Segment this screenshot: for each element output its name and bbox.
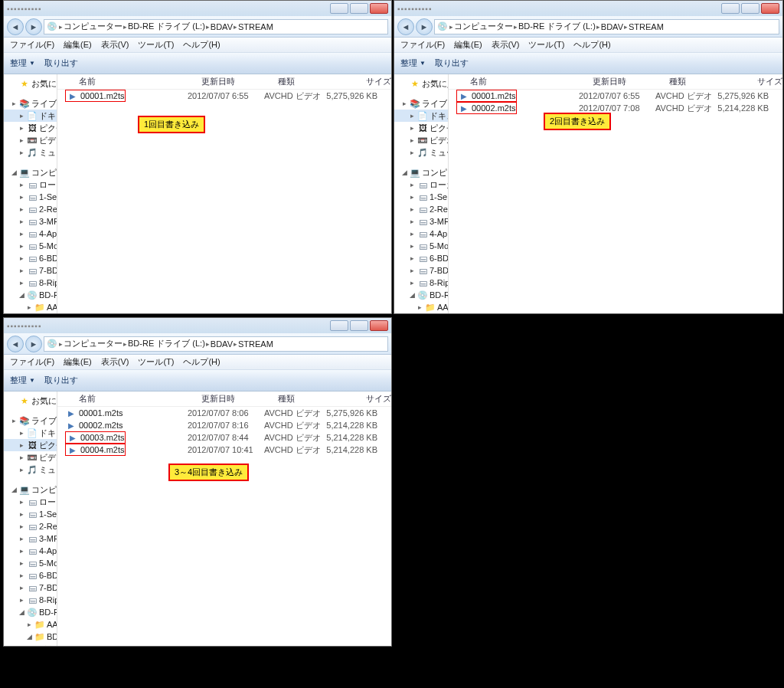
file-row[interactable]: ▶00001.m2ts2012/07/07 8:06AVCHD ビデオ5,275… [57, 407, 391, 419]
tree-item[interactable]: ▸🖼ピクチャ [394, 122, 448, 134]
tree-item[interactable]: ▸📚ライブラリ [4, 97, 57, 110]
tree-item[interactable]: ★お気に入り [4, 395, 57, 407]
organize-button[interactable]: 整理▼ [10, 57, 35, 69]
tree-item[interactable]: ▸🖴2-Recording_DATA (E:) [394, 203, 448, 215]
tree-item[interactable]: ▸🖼ピクチャ [4, 439, 57, 451]
tree-item[interactable]: ▸🖴6-BD_ISO1_DATA (I:) [394, 252, 448, 264]
tree-item[interactable]: 📁BACKUP [4, 643, 57, 646]
minimize-button[interactable] [721, 3, 740, 14]
tree-item[interactable]: ▸🖴1-Seiichi_DATA (D:) [4, 508, 57, 520]
tree-item[interactable]: ▸🖴7-BD_ISO2_DATA (J:) [4, 582, 57, 594]
back-button[interactable]: ◄ [7, 336, 24, 352]
tree-item[interactable]: ◢💿BD-RE ドライブ (L:) [4, 289, 57, 301]
menu-edit[interactable]: 編集(E) [64, 39, 92, 51]
title-bar[interactable]: ▪▪▪▪▪▪▪▪▪▪ [394, 1, 782, 16]
file-row[interactable]: ▶00003.m2ts2012/07/07 8:44AVCHD ビデオ5,214… [57, 431, 391, 444]
close-button[interactable] [761, 3, 779, 14]
tree-item[interactable]: ▸🖴4-Application_DATA (G:) [4, 545, 57, 557]
menu-bar: ファイル(F) 編集(E) 表示(V) ツール(T) ヘルプ(H) [4, 355, 391, 370]
file-row[interactable]: ▶00002.m2ts2012/07/07 8:16AVCHD ビデオ5,214… [57, 419, 391, 431]
tree-item[interactable]: ★お気に入り [394, 77, 448, 90]
tree-item[interactable]: ▸🖴1-Seiichi_DATA (D:) [394, 191, 448, 203]
menu-help[interactable]: ヘルプ(H) [183, 39, 220, 51]
crumb-computer[interactable]: コンピューター [64, 21, 122, 32]
tree-item[interactable]: ▸🖴7-BD_ISO2_DATA (J:) [394, 264, 448, 277]
tree-item[interactable]: ▸📚ライブラリ [394, 97, 448, 110]
tree-item[interactable]: ▸🖴8-Ripping_DATA (K:) [4, 594, 57, 606]
tree-item[interactable]: ▸🖴8-Ripping_DATA (K:) [4, 277, 57, 289]
tree-item[interactable]: ▸🖴ローカル ディスク (C:) [4, 496, 57, 508]
tree-item[interactable]: ▸📼ビデオ [394, 134, 448, 146]
tree-item[interactable]: ◢💿BD-RE ドライブ (L:) [394, 289, 448, 301]
tree-item[interactable]: ▸🖴3-MPEG_DATA (F:) [4, 215, 57, 228]
tree-item[interactable]: ▸🖴2-Recording_DATA (E:) [4, 520, 57, 532]
tree-item[interactable]: ▸🖴3-MPEG_DATA (F:) [394, 215, 448, 228]
menu-tool[interactable]: ツール(T) [138, 39, 174, 51]
tree-item[interactable]: ▸🖴4-Application_DATA (G:) [394, 228, 448, 240]
maximize-button[interactable] [350, 3, 368, 14]
forward-button[interactable]: ► [416, 18, 433, 35]
column-date[interactable]: 更新日時 [201, 76, 278, 87]
tree-item[interactable]: ▸📼ビデオ [4, 451, 57, 464]
tree-item[interactable]: ▸📄ドキュメント [4, 110, 57, 122]
close-button[interactable] [370, 3, 388, 14]
crumb-stream[interactable]: STREAM [238, 22, 273, 31]
menu-view[interactable]: 表示(V) [101, 39, 129, 51]
tree-item[interactable]: ◢💻コンピューター [4, 483, 57, 496]
title-bar[interactable]: ▪▪▪▪▪▪▪▪▪▪ [4, 1, 391, 16]
tree-item[interactable]: ▸🖴ローカル ディスク (C:) [394, 179, 448, 191]
column-size[interactable]: サイズ [338, 76, 391, 87]
back-button[interactable]: ◄ [397, 18, 414, 35]
tree-item[interactable]: ▸📄ドキュメント [394, 110, 448, 122]
extract-button[interactable]: 取り出す [44, 57, 78, 69]
tree-item[interactable]: ▸🖴6-BD_ISO1_DATA (I:) [4, 252, 57, 264]
breadcrumb[interactable]: 💿 ▸ コンピューター ▸ BD-RE ドライブ (L:) ▸ BDAV ▸ S… [44, 336, 388, 352]
file-row[interactable]: ▶00001.m2ts2012/07/07 6:55AVCHD ビデオ5,275… [449, 90, 782, 102]
tree-item[interactable]: ▸🖴5-Movie_DATA (H:) [4, 240, 57, 252]
tree-item[interactable]: ▸🖴5-Movie_DATA (H:) [394, 240, 448, 252]
minimize-button[interactable] [330, 320, 348, 331]
tree-item[interactable]: ▸🖴2-Recording_DATA (E:) [4, 203, 57, 215]
column-name[interactable]: 名前 [79, 76, 201, 87]
tree-item[interactable]: ▸📁AACS [394, 301, 448, 313]
tree-item[interactable]: ◢💻コンピューター [4, 166, 57, 179]
tree-item[interactable]: ▸🖴1-Seiichi_DATA (D:) [4, 191, 57, 203]
column-type[interactable]: 種類 [278, 76, 338, 87]
crumb-bdav[interactable]: BDAV [211, 22, 233, 31]
forward-button[interactable]: ► [25, 336, 42, 352]
file-row[interactable]: ▶00002.m2ts2012/07/07 7:08AVCHD ビデオ5,214… [449, 102, 782, 114]
tree-item[interactable]: ◢📁BDAV [4, 631, 57, 643]
tree-item[interactable]: ▸📁AACS [4, 618, 57, 631]
back-button[interactable]: ◄ [7, 18, 24, 35]
tree-item[interactable]: ▸🎵ミュージック [394, 146, 448, 159]
breadcrumb[interactable]: 💿 ▸ コンピューター ▸ BD-RE ドライブ (L:) ▸ BDAV ▸ S… [434, 19, 779, 34]
file-row[interactable]: ▶00004.m2ts2012/07/07 10:41AVCHD ビデオ5,21… [57, 444, 391, 456]
tree-item[interactable]: ▸🖴7-BD_ISO2_DATA (J:) [4, 264, 57, 277]
tree-item[interactable]: ▸🎵ミュージック [4, 146, 57, 159]
tree-item[interactable]: ▸📚ライブラリ [4, 414, 57, 427]
forward-button[interactable]: ► [25, 18, 42, 35]
title-bar[interactable]: ▪▪▪▪▪▪▪▪▪▪ [4, 318, 391, 333]
tree-item[interactable]: ★お気に入り [4, 77, 57, 90]
tree-item[interactable]: ▸🖴3-MPEG_DATA (F:) [4, 532, 57, 545]
tree-item[interactable]: ◢💻コンピューター [394, 166, 448, 179]
crumb-drive[interactable]: BD-RE ドライブ (L:) [128, 21, 205, 32]
maximize-button[interactable] [741, 3, 760, 14]
tree-item[interactable]: ▸📼ビデオ [4, 134, 57, 146]
tree-item[interactable]: ▸🖴6-BD_ISO1_DATA (I:) [4, 569, 57, 582]
minimize-button[interactable] [330, 3, 348, 14]
tree-item[interactable]: ▸🖴5-Movie_DATA (H:) [4, 557, 57, 569]
tree-item[interactable]: ▸📄ドキュメント [4, 427, 57, 439]
breadcrumb[interactable]: 💿 ▸ コンピューター ▸ BD-RE ドライブ (L:) ▸ BDAV ▸ S… [44, 19, 388, 34]
tree-item[interactable]: ▸🎵ミュージック [4, 464, 57, 476]
tree-item[interactable]: ▸🖴8-Ripping_DATA (K:) [394, 277, 448, 289]
tree-item[interactable]: ▸📁AACS [4, 301, 57, 313]
maximize-button[interactable] [350, 320, 368, 331]
menu-file[interactable]: ファイル(F) [10, 39, 54, 51]
tree-item[interactable]: ◢💿BD-RE ドライブ (L:) [4, 606, 57, 618]
tree-item[interactable]: ▸🖴4-Application_DATA (G:) [4, 228, 57, 240]
tree-item[interactable]: ▸🖼ピクチャ [4, 122, 57, 134]
close-button[interactable] [370, 320, 388, 331]
tree-item[interactable]: ▸🖴ローカル ディスク (C:) [4, 179, 57, 191]
file-row[interactable]: ▶00001.m2ts2012/07/07 6:55AVCHD ビデオ5,275… [57, 90, 391, 102]
